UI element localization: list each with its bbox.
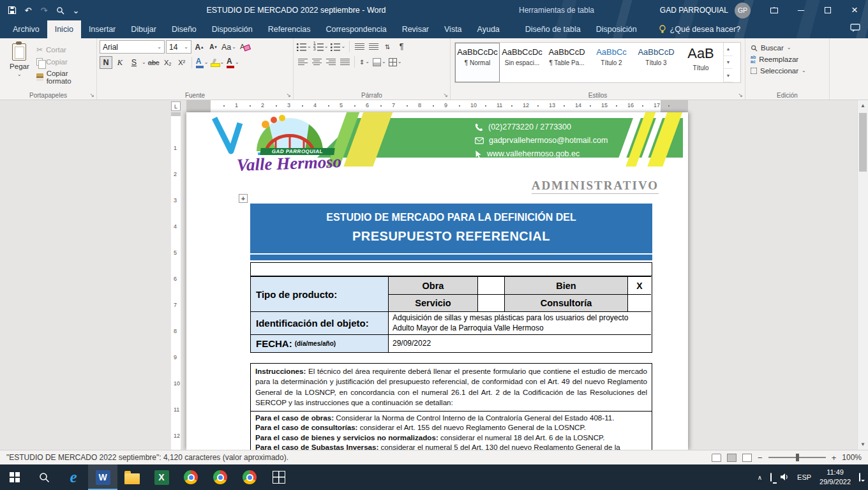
- font-name-combo[interactable]: Arial⌄: [100, 40, 165, 54]
- taskbar-search-button[interactable]: [29, 464, 59, 490]
- tab-insertar[interactable]: Insertar: [81, 20, 123, 38]
- dialog-launcher-icon[interactable]: ↘: [89, 92, 94, 98]
- select-button[interactable]: Seleccionar⌄: [751, 67, 824, 75]
- zoom-in-button[interactable]: +: [832, 453, 837, 463]
- text-effects-button[interactable]: A⌄: [195, 56, 209, 69]
- tab-revisar[interactable]: Revisar: [394, 20, 437, 38]
- hidden-icons-button[interactable]: ∧: [758, 474, 762, 481]
- taskbar-file-explorer[interactable]: [117, 464, 147, 490]
- style-titulo[interactable]: AaBTítulo: [678, 43, 723, 82]
- taskbar-chrome-2[interactable]: [206, 464, 235, 490]
- align-left-button[interactable]: [296, 56, 309, 68]
- dialog-launcher-icon[interactable]: ↘: [443, 92, 448, 98]
- italic-button[interactable]: K: [114, 56, 126, 69]
- underline-button[interactable]: S: [128, 56, 140, 69]
- find-menu-button[interactable]: Buscar⌄: [751, 44, 824, 52]
- scrollbar-thumb[interactable]: [859, 113, 867, 172]
- decrease-indent-button[interactable]: [353, 40, 366, 53]
- character-count[interactable]: "ESTUDIO DE MERCADO 2022 septiembre": 4,…: [6, 453, 288, 462]
- zoom-slider[interactable]: [768, 457, 826, 458]
- zoom-out-button[interactable]: −: [758, 453, 763, 463]
- tab-referencias[interactable]: Referencias: [260, 20, 318, 38]
- styles-scroll-up[interactable]: ▲: [724, 43, 733, 56]
- tab-diseno[interactable]: Diseño: [164, 20, 204, 38]
- scroll-down-button[interactable]: ▼: [858, 439, 868, 450]
- vertical-scrollbar[interactable]: ▲ ▼: [857, 100, 868, 450]
- styles-scroll-down[interactable]: ▼: [724, 56, 733, 70]
- network-icon[interactable]: [770, 473, 772, 481]
- align-center-button[interactable]: [310, 56, 323, 68]
- horizontal-ruler[interactable]: 1234567891011121314151617: [186, 100, 688, 112]
- tab-disposicion-tabla[interactable]: Disposición: [588, 20, 645, 38]
- feedback-icon[interactable]: [850, 24, 860, 34]
- cell-bien-mark[interactable]: X: [627, 276, 651, 294]
- qat-customize-button[interactable]: ⌄: [69, 3, 83, 17]
- tab-ayuda[interactable]: Ayuda: [470, 20, 507, 38]
- cell-fecha-label[interactable]: FECHA: (día/mes/año): [250, 334, 388, 352]
- underline-dropdown[interactable]: ⌄: [142, 60, 146, 65]
- cell-identificacion-label[interactable]: Identificación del objeto:: [250, 311, 388, 334]
- cell-identificacion-value[interactable]: Adquisición de sillas y mesas plásticas …: [388, 311, 651, 334]
- style-sin-espaciado[interactable]: AaBbCcDcSin espaci...: [500, 43, 544, 82]
- cell-fecha-value[interactable]: 29/09/2022: [388, 334, 651, 352]
- table-move-handle[interactable]: +: [239, 194, 248, 203]
- action-center-button[interactable]: [859, 473, 860, 481]
- style-table-paragraph[interactable]: AaBbCcD¶ Table Pa...: [544, 43, 589, 82]
- grow-font-button[interactable]: A▴: [193, 41, 206, 54]
- subscript-button[interactable]: X₂: [161, 56, 174, 69]
- dialog-launcher-icon[interactable]: ↘: [286, 92, 291, 98]
- tab-vista[interactable]: Vista: [437, 20, 470, 38]
- form-title-cell[interactable]: ESTUDIO DE MERCADO PARA LA DEFINICIÓN DE…: [250, 204, 652, 253]
- tab-dibujar[interactable]: Dibujar: [123, 20, 164, 38]
- style-normal[interactable]: AaBbCcDc¶ Normal: [455, 43, 500, 82]
- font-size-combo[interactable]: 14⌄: [166, 40, 191, 54]
- taskbar-chrome-3[interactable]: [235, 464, 264, 490]
- account-name[interactable]: GAD PARROQUIAL: [660, 6, 728, 15]
- show-marks-button[interactable]: ¶: [395, 40, 408, 53]
- cell-obra[interactable]: Obra: [388, 276, 477, 294]
- cell-consultoria-mark[interactable]: [627, 294, 651, 311]
- taskbar-excel[interactable]: X: [147, 464, 176, 490]
- empty-row[interactable]: [250, 262, 652, 276]
- cell-servicio-mark[interactable]: [477, 294, 504, 311]
- bold-button[interactable]: N: [100, 56, 112, 69]
- instructions-items[interactable]: Para el caso de obras: Considerar la Nor…: [251, 412, 652, 450]
- format-painter-button[interactable]: Copiar formato: [36, 70, 94, 85]
- close-button[interactable]: ×: [841, 0, 868, 20]
- shrink-font-button[interactable]: A▾: [207, 41, 220, 54]
- web-layout-button[interactable]: [742, 454, 752, 462]
- tab-diseno-de-tabla[interactable]: Diseño de tabla: [518, 20, 588, 38]
- maximize-button[interactable]: [814, 0, 841, 20]
- document-page[interactable]: GAD PARROQUIAL Valle Hermoso (02)2773220…: [186, 112, 688, 450]
- replace-button[interactable]: abac Reemplazar: [751, 55, 824, 64]
- tab-disposicion[interactable]: Disposición: [204, 20, 260, 38]
- taskbar-table-app[interactable]: [264, 464, 294, 490]
- change-case-button[interactable]: Aa⌄: [221, 41, 237, 54]
- dialog-launcher-icon[interactable]: ↘: [738, 92, 743, 98]
- clock[interactable]: 11:49 29/9/2022: [819, 468, 851, 487]
- styles-gallery-more[interactable]: ▼: [724, 69, 733, 82]
- justify-button[interactable]: [338, 56, 351, 68]
- multilevel-list-button[interactable]: ⌄: [330, 40, 346, 53]
- align-right-button[interactable]: [324, 56, 337, 68]
- tell-me-box[interactable]: ¿Qué desea hacer?: [659, 20, 741, 38]
- sort-button[interactable]: ⇅: [381, 40, 394, 53]
- style-titulo-2[interactable]: AaBbCcTítulo 2: [589, 43, 634, 82]
- line-spacing-button[interactable]: ⇕⌄: [358, 56, 371, 68]
- avatar[interactable]: GP: [735, 3, 751, 19]
- ribbon-display-options-button[interactable]: [761, 0, 788, 20]
- clear-formatting-button[interactable]: A: [238, 41, 251, 54]
- numbered-list-button[interactable]: ⌄: [313, 40, 329, 53]
- tab-inicio[interactable]: Inicio: [47, 20, 81, 38]
- zoom-slider-thumb[interactable]: [796, 454, 799, 461]
- paste-button[interactable]: Pegar ⌄: [3, 40, 36, 89]
- redo-button[interactable]: ↷: [37, 3, 51, 17]
- find-button[interactable]: [53, 3, 67, 17]
- tab-correspondencia[interactable]: Correspondencia: [318, 20, 394, 38]
- volume-icon[interactable]: [780, 473, 789, 482]
- print-layout-button[interactable]: [727, 454, 737, 462]
- minimize-button[interactable]: ─: [788, 0, 814, 20]
- borders-button[interactable]: ⌄: [388, 56, 403, 68]
- start-button[interactable]: [0, 464, 29, 490]
- cell-obra-mark[interactable]: [477, 276, 504, 294]
